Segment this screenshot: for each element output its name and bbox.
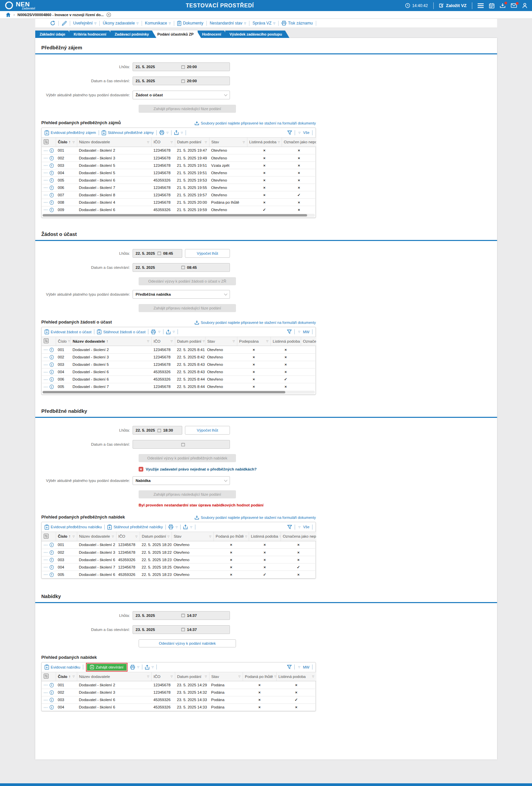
table-row[interactable]: ◦◦◦i 005 Dodavatel - školení 7 12345678 …: [42, 383, 316, 390]
table-row[interactable]: ◦◦◦i 001 Dodavatel - školení 2 12345678 …: [42, 346, 316, 354]
column-header-nazev[interactable]: Název dodavatele↑▽: [70, 337, 152, 346]
column-header-podepsana[interactable]: Podepsána▽: [237, 337, 271, 346]
row-menu-icon[interactable]: ◦◦◦: [44, 371, 48, 374]
mail-icon[interactable]: [511, 3, 517, 8]
export-grid-button[interactable]: ▽: [174, 130, 183, 135]
info-icon[interactable]: i: [50, 690, 54, 695]
tab-zadavaci-podminky[interactable]: Zadávací podmínky: [111, 30, 156, 38]
export-grid-button[interactable]: ▽: [166, 329, 175, 334]
column-header-cislo[interactable]: Číslo↑▽: [56, 672, 77, 681]
row-menu-icon[interactable]: ◦◦◦: [44, 193, 48, 196]
close-tab-icon[interactable]: [107, 13, 111, 17]
horizontal-scrollbar[interactable]: [42, 214, 315, 217]
table-row[interactable]: ◦◦◦i 005 Dodavatel - školení 6 45359326 …: [42, 571, 316, 578]
table-row[interactable]: ◦◦◦i 002 Dodavatel - školení 3 12345678 …: [42, 689, 316, 696]
column-header-cislo[interactable]: Číslo↑▽: [56, 138, 77, 147]
table-row[interactable]: ◦◦◦i 005 Dodavatel - školení 6 45359326 …: [42, 177, 316, 184]
info-icon[interactable]: i: [50, 200, 54, 205]
vypocet-lhut-button[interactable]: Výpočet lhůt: [185, 249, 230, 258]
files-download-link[interactable]: Soubory podání najdete připravené ke sta…: [195, 321, 316, 325]
row-menu-icon[interactable]: ◦◦◦: [44, 179, 48, 182]
column-header-stav[interactable]: Stav▽: [209, 672, 243, 681]
menu-sprava-vz[interactable]: Správa VZ▽: [252, 21, 275, 25]
typ-podani-select[interactable]: Nabídka: [133, 476, 230, 485]
zahajit-pripravu-button[interactable]: Zahájit přípravu následující fáze podání: [139, 490, 236, 499]
evidovat-button[interactable]: Evidovat nabídku: [45, 665, 80, 670]
row-menu-icon[interactable]: ◦◦◦: [44, 544, 48, 547]
scrollbar-thumb[interactable]: [43, 214, 307, 216]
column-header-ico[interactable]: IČO▽: [152, 337, 175, 346]
calendar-icon[interactable]: [489, 3, 494, 8]
tab-zakladni-udaje[interactable]: Základní údaje: [35, 30, 72, 38]
filter-view-select[interactable]: MW: [303, 665, 309, 669]
lhuta-input[interactable]: 23. 5. 2025 14:37: [133, 611, 230, 620]
table-row[interactable]: ◦◦◦i 009 Dodavatel - školení 6 45359326 …: [42, 206, 316, 213]
table-row[interactable]: ◦◦◦i 004 Dodavatel - školení 6 45359326 …: [42, 703, 316, 711]
table-row[interactable]: ◦◦◦i 002 Dodavatel - školení 3 12345678 …: [42, 154, 316, 162]
menu-ukony-zadavatele[interactable]: Úkony zadavatele▽: [103, 21, 139, 25]
row-menu-icon[interactable]: ◦◦◦: [44, 156, 48, 160]
info-icon[interactable]: i: [50, 171, 54, 175]
vypocet-lhut-button[interactable]: Výpočet lhůt: [185, 426, 230, 435]
column-header-datum[interactable]: Datum podání▽: [175, 672, 209, 681]
tab-hodnoceni[interactable]: Hodnocení: [198, 30, 229, 38]
row-menu-icon[interactable]: ◦◦◦: [44, 385, 48, 389]
info-icon[interactable]: i: [50, 363, 54, 367]
table-row[interactable]: ◦◦◦i 004 Dodavatel - školení 5 12345678 …: [42, 169, 316, 177]
info-icon[interactable]: i: [50, 705, 54, 710]
print-grid-button[interactable]: ▽: [130, 665, 139, 670]
tab-kriteria-hodnoceni[interactable]: Kritéria hodnocení: [69, 30, 113, 38]
export-grid-button[interactable]: ▽: [145, 665, 154, 670]
filter-view-select[interactable]: MW: [303, 330, 309, 334]
create-vz-button[interactable]: Založit VZ: [439, 3, 466, 8]
column-header-ico[interactable]: IČO▽: [152, 672, 175, 681]
info-icon[interactable]: i: [50, 558, 54, 562]
home-icon[interactable]: [6, 13, 11, 17]
menu-uverejneni[interactable]: Uveřejnění▽: [73, 21, 96, 25]
info-icon[interactable]: i: [50, 148, 54, 153]
otevirani-input-empty[interactable]: [133, 440, 230, 449]
row-menu-icon[interactable]: ◦◦◦: [44, 348, 48, 351]
user-icon[interactable]: [522, 3, 527, 8]
filter-funnel-icon[interactable]: [287, 665, 292, 669]
column-header-datum[interactable]: Datum podání▽: [140, 532, 171, 541]
row-menu-icon[interactable]: ◦◦◦: [44, 573, 48, 576]
row-menu-icon[interactable]: ◦◦◦: [44, 683, 48, 687]
info-icon[interactable]: i: [50, 370, 54, 374]
column-header-oznacen[interactable]: Označen jako nepodaný: [282, 138, 316, 147]
filter-funnel-icon[interactable]: [287, 525, 292, 529]
row-menu-icon[interactable]: ◦◦◦: [44, 186, 48, 189]
table-row[interactable]: ◦◦◦i 004 Dodavatel - školení 6 45359326 …: [42, 368, 316, 375]
zahajit-pripravu-button[interactable]: Zahájit přípravu následující fáze podání: [139, 105, 236, 113]
filter-funnel-icon[interactable]: [287, 329, 292, 334]
column-header-ico[interactable]: IČO▽: [116, 532, 140, 541]
column-header-stav[interactable]: Stav▽: [209, 138, 247, 147]
row-menu-icon[interactable]: ◦◦◦: [44, 201, 48, 204]
row-menu-icon[interactable]: ◦◦◦: [44, 551, 48, 554]
row-menu-icon[interactable]: ◦◦◦: [44, 149, 48, 153]
table-row[interactable]: ◦◦◦i 006 Dodavatel - školení 6 45359326 …: [42, 375, 316, 383]
menu-tisk-zaznamu[interactable]: Tisk záznamu: [282, 21, 313, 25]
row-menu-icon[interactable]: ◦◦◦: [44, 363, 48, 367]
table-row[interactable]: ◦◦◦i 001 Dodavatel - školení 2 12345678 …: [42, 147, 316, 154]
menu-dokumenty[interactable]: Dokumenty: [177, 21, 203, 26]
column-header-listinna[interactable]: Listinná podoba▽: [276, 672, 316, 681]
stahnout-button[interactable]: Stáhnout předběžné zájmy: [102, 130, 154, 135]
print-grid-button[interactable]: ▽: [151, 329, 160, 334]
info-icon[interactable]: i: [50, 573, 54, 577]
info-icon[interactable]: i: [50, 163, 54, 168]
info-icon[interactable]: i: [50, 377, 54, 382]
row-menu-icon[interactable]: ◦◦◦: [44, 378, 48, 381]
inbox-download-icon[interactable]: [500, 3, 506, 8]
info-icon[interactable]: i: [50, 683, 54, 687]
otevirani-input[interactable]: 22. 5. 2025 08:45: [133, 263, 230, 272]
column-header-oznacen[interactable]: Označe: [301, 337, 316, 346]
refresh-icon[interactable]: [50, 21, 55, 26]
zahajit-oteviranie-button[interactable]: Zahájit otevírání: [87, 664, 126, 671]
print-grid-button[interactable]: ▽: [168, 525, 178, 529]
column-header-stav[interactable]: Stav▽: [205, 337, 237, 346]
info-icon[interactable]: i: [50, 178, 54, 183]
column-header-nazev[interactable]: Název dodavatele▽: [77, 532, 116, 541]
column-header-cislo[interactable]: Číslo▽: [56, 337, 70, 346]
row-menu-icon[interactable]: ◦◦◦: [44, 698, 48, 702]
